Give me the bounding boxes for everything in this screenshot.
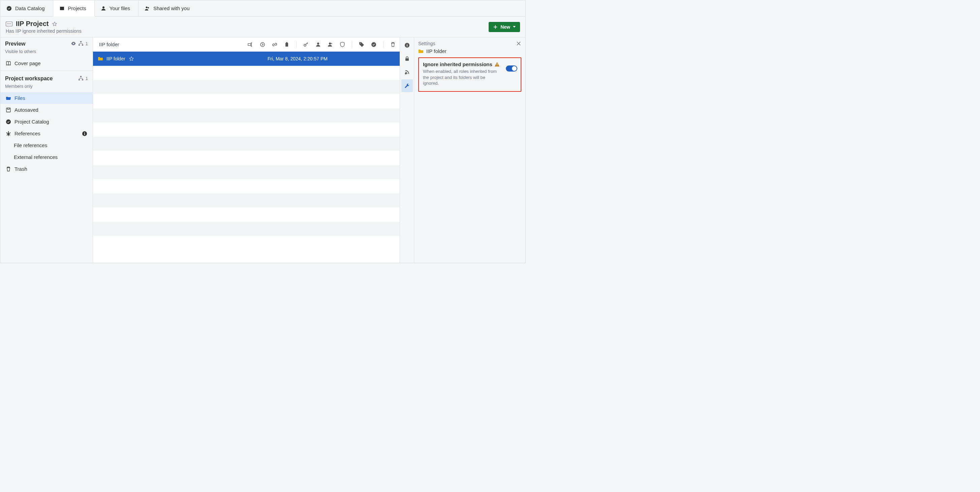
- trash-icon: [6, 166, 11, 172]
- move-icon[interactable]: [260, 42, 265, 47]
- shield-icon[interactable]: [340, 42, 345, 47]
- file-row-empty: [93, 208, 400, 222]
- info-icon[interactable]: [82, 131, 87, 136]
- tab-label: Your files: [110, 5, 130, 11]
- file-list: IIP folder Fri, Mar 8, 2024, 2:20:57 PM: [93, 52, 400, 263]
- sidebar-preview-header: Preview 1: [0, 37, 93, 49]
- files-label: Files: [14, 95, 87, 101]
- workspace-badge: 1: [86, 76, 88, 81]
- rail-info-button[interactable]: [401, 39, 413, 52]
- file-name: IIP folder: [107, 56, 126, 61]
- file-row-empty: [93, 165, 400, 179]
- eye-icon[interactable]: [71, 41, 76, 46]
- sidebar-item-file-references[interactable]: File references: [0, 139, 93, 151]
- wrench-icon: [404, 83, 410, 88]
- svg-rect-12: [6, 108, 10, 112]
- sidebar-cover-page[interactable]: Cover page: [0, 58, 93, 69]
- svg-point-23: [329, 43, 331, 45]
- star-icon[interactable]: [52, 21, 57, 27]
- key-icon[interactable]: [303, 42, 309, 47]
- book-icon: [6, 61, 11, 66]
- divider: [0, 70, 93, 71]
- file-row-empty: [93, 66, 400, 80]
- main-layout: Preview 1 Visible to others Cover page P…: [0, 37, 525, 263]
- tag-icon[interactable]: [359, 42, 364, 47]
- rail-lock-button[interactable]: [401, 52, 413, 65]
- iip-description: When enabled, all roles inherited from t…: [423, 69, 497, 86]
- svg-rect-19: [285, 43, 288, 46]
- rail-feed-button[interactable]: [401, 66, 413, 78]
- svg-rect-16: [84, 132, 85, 133]
- svg-point-30: [405, 73, 406, 74]
- svg-point-3: [102, 6, 105, 8]
- settings-panel: Settings IIP folder Ignore inherited per…: [414, 37, 525, 263]
- org-icon[interactable]: [78, 41, 84, 46]
- preview-sub: Visible to others: [0, 49, 93, 58]
- separator: [352, 41, 352, 48]
- iip-title: Ignore inherited permissions: [423, 61, 492, 67]
- separator: [383, 41, 383, 48]
- link-icon[interactable]: [272, 42, 277, 47]
- svg-rect-28: [407, 44, 407, 45]
- details-rail: [400, 37, 414, 263]
- clipboard-icon[interactable]: [284, 42, 290, 47]
- ext-refs-label: External references: [14, 154, 87, 160]
- iip-toggle[interactable]: [506, 65, 517, 72]
- plus-icon: [493, 25, 498, 29]
- cover-page-label: Cover page: [14, 61, 87, 66]
- tab-shared-with-you[interactable]: Shared with you: [138, 0, 198, 16]
- sidebar-item-references[interactable]: References: [0, 128, 93, 139]
- tab-projects[interactable]: Projects: [53, 0, 95, 16]
- svg-point-24: [360, 43, 361, 43]
- check-badge-icon: [6, 6, 12, 11]
- approve-icon[interactable]: [371, 42, 376, 47]
- file-row-empty: [93, 179, 400, 193]
- rename-icon[interactable]: [248, 42, 253, 47]
- svg-rect-20: [286, 42, 288, 43]
- sidebar: Preview 1 Visible to others Cover page P…: [0, 37, 93, 263]
- sidebar-workspace-header: Project workspace 1: [0, 72, 93, 84]
- close-icon[interactable]: [516, 41, 521, 46]
- page-subtitle: Has IIP ignore inherited permissions: [6, 28, 81, 34]
- breadcrumb[interactable]: IIP folder: [97, 42, 119, 47]
- file-row-empty: [93, 80, 400, 94]
- sidebar-item-trash[interactable]: Trash: [0, 163, 93, 175]
- svg-rect-29: [406, 58, 409, 61]
- sidebar-item-project-catalog[interactable]: Project Catalog: [0, 116, 93, 128]
- workspace-label: Project workspace: [5, 75, 52, 81]
- preview-label: Preview: [5, 41, 25, 47]
- user-icon[interactable]: [315, 42, 321, 47]
- svg-rect-17: [248, 43, 251, 46]
- tab-data-catalog[interactable]: Data Catalog: [0, 0, 53, 16]
- folder-icon: [418, 49, 423, 54]
- svg-rect-32: [497, 65, 497, 66]
- add-user-icon[interactable]: [328, 42, 333, 47]
- tab-your-files[interactable]: Your files: [95, 0, 138, 16]
- new-button[interactable]: New: [488, 22, 520, 32]
- trash-icon[interactable]: [390, 42, 396, 47]
- tab-label: Projects: [68, 5, 86, 11]
- sidebar-item-files[interactable]: Files: [0, 92, 93, 104]
- svg-point-4: [146, 6, 147, 8]
- file-row-empty: [93, 123, 400, 137]
- folder-open-icon: [6, 96, 11, 101]
- file-row-empty: [93, 108, 400, 123]
- file-refs-label: File references: [14, 142, 87, 148]
- org-icon[interactable]: [78, 75, 84, 81]
- file-row[interactable]: IIP folder Fri, Mar 8, 2024, 2:20:57 PM: [93, 52, 400, 66]
- info-icon: [404, 43, 410, 48]
- svg-rect-1: [60, 7, 64, 10]
- sidebar-item-external-references[interactable]: External references: [0, 151, 93, 163]
- rail-settings-button[interactable]: [401, 79, 413, 92]
- svg-rect-31: [497, 64, 497, 65]
- sidebar-item-autosaved[interactable]: Autosaved: [0, 104, 93, 116]
- rss-icon: [404, 70, 410, 75]
- settings-heading: Settings: [418, 41, 435, 46]
- file-toolbar: IIP folder: [93, 37, 400, 52]
- new-button-label: New: [500, 24, 510, 30]
- svg-rect-10: [78, 79, 80, 80]
- chevron-down-icon: [513, 26, 515, 28]
- project-icon: [6, 22, 13, 26]
- star-icon[interactable]: [129, 56, 134, 61]
- autosaved-label: Autosaved: [14, 107, 87, 113]
